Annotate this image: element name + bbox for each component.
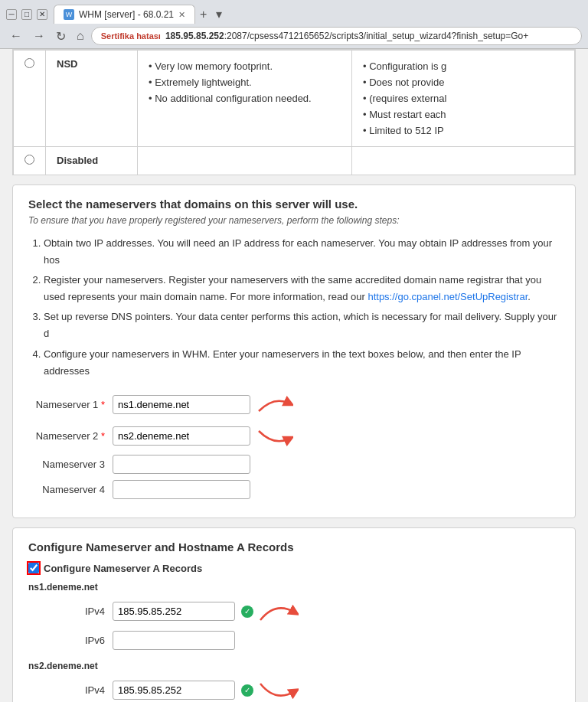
main-content: NSD Very low memory footprint. Extremely… xyxy=(0,49,588,702)
disabled-name-cell: Disabled xyxy=(46,147,138,175)
configure-title: Configure Nameserver and Hostname A Reco… xyxy=(28,540,560,553)
step-2: Register your nameservers. Register your… xyxy=(44,272,560,305)
step-1: Obtain two IP addresses. You will need a… xyxy=(44,235,560,269)
window-close[interactable]: ✕ xyxy=(37,9,47,20)
nameservers-title: Select the nameservers that domains on t… xyxy=(28,198,560,211)
configure-card: Configure Nameserver and Hostname A Reco… xyxy=(12,527,576,702)
nameserver-fields: Nameserver 1 * Nameserver 2 * xyxy=(28,392,560,499)
nsd-name-cell: NSD xyxy=(46,51,138,147)
browser-controls: ← → ↻ ⌂ Sertifika hatası 185.95.85.252:2… xyxy=(0,24,588,48)
ns1-arrow xyxy=(255,392,293,417)
ns4-input[interactable] xyxy=(113,480,250,499)
tab-close-button[interactable]: ✕ xyxy=(178,10,185,20)
dns-table-partial: NSD Very low memory footprint. Extremely… xyxy=(12,49,576,175)
ns4-label: Nameserver 4 xyxy=(28,484,113,495)
disabled-label: Disabled xyxy=(57,155,98,166)
address-bar[interactable]: Sertifika hatası 185.95.85.252:2087/cpse… xyxy=(91,27,582,45)
nsd-pro-1: Configuration is g xyxy=(363,58,564,74)
disabled-pros-cell xyxy=(352,147,575,175)
disabled-row: Disabled xyxy=(14,147,575,175)
tab-favicon: W xyxy=(64,9,74,20)
nameservers-subtitle: To ensure that you have properly registe… xyxy=(28,215,560,226)
ns2-arrow xyxy=(255,423,293,449)
browser-chrome: ─ □ ✕ W WHM [server] - 68.0.21 ✕ + ▾ ← →… xyxy=(0,0,588,49)
nsd-desc-cell: Very low memory footprint. Extremely lig… xyxy=(138,51,352,147)
url-port: :2087 xyxy=(224,31,247,41)
ns2-config-name: ns2.deneme.net xyxy=(28,661,560,671)
nsd-pro-4: Must restart each xyxy=(363,106,564,122)
window-minimize[interactable]: ─ xyxy=(6,9,17,20)
ns1-config-name: ns1.deneme.net xyxy=(28,582,560,593)
configure-ns-checkbox-label: Configure Nameserver A Records xyxy=(44,563,202,574)
nameservers-steps: Obtain two IP addresses. You will need a… xyxy=(44,235,560,380)
home-button[interactable]: ⌂ xyxy=(73,28,88,44)
disabled-radio[interactable] xyxy=(24,155,34,165)
nsd-radio-cell[interactable] xyxy=(14,51,46,147)
configure-ns-checkbox-row: Configure Nameserver A Records xyxy=(28,563,560,574)
step-4: Configure your nameservers in WHM. Enter… xyxy=(44,346,560,380)
window-maximize[interactable]: □ xyxy=(21,9,32,20)
nsd-feature-1: Very low memory footprint. xyxy=(149,58,341,74)
nsd-label: NSD xyxy=(57,58,77,70)
ns2-row: Nameserver 2 * xyxy=(28,423,560,449)
url-path: /cpsess4712165652/scripts3/initial_setup… xyxy=(247,31,529,41)
new-tab-button[interactable]: + xyxy=(195,6,211,23)
ns2-label: Nameserver 2 * xyxy=(28,430,113,442)
nsd-feature-list: Very low memory footprint. Extremely lig… xyxy=(149,58,341,106)
url-text: 185.95.85.252:2087/cpsess4712165652/scri… xyxy=(165,31,572,41)
ns2-ipv4-valid-icon: ✓ xyxy=(241,684,253,697)
ns1-config-block: ns1.deneme.net IPv4 ✓ IPv6 xyxy=(28,582,560,650)
nsd-row: NSD Very low memory footprint. Extremely… xyxy=(14,51,575,147)
ns3-input[interactable] xyxy=(113,455,250,474)
back-nav-button[interactable]: ← xyxy=(6,28,26,44)
nameservers-card: Select the nameservers that domains on t… xyxy=(12,184,576,518)
ns1-ipv4-input[interactable] xyxy=(113,602,235,621)
tab-bar: ─ □ ✕ W WHM [server] - 68.0.21 ✕ + ▾ xyxy=(0,0,588,24)
tab-list-button[interactable]: ▾ xyxy=(211,5,227,23)
ns1-label: Nameserver 1 * xyxy=(28,399,113,410)
ns2-required: * xyxy=(101,430,105,442)
tab-title-text: WHM [server] - 68.0.21 xyxy=(79,9,174,20)
ns1-ipv4-row: IPv4 ✓ xyxy=(28,597,560,626)
nsd-pros-cell: Configuration is g Does not provide (req… xyxy=(352,51,575,147)
ns1-required: * xyxy=(101,399,105,410)
ns2-ipv4-row: IPv4 ✓ xyxy=(28,676,560,702)
step-4-text: Configure your nameservers in WHM. Enter… xyxy=(44,348,521,377)
nsd-pro-3: (requires external xyxy=(363,90,564,106)
reload-button[interactable]: ↻ xyxy=(52,28,70,45)
ns1-ipv4-label: IPv4 xyxy=(28,606,113,617)
step-1-text: Obtain two IP addresses. You will need a… xyxy=(44,237,552,266)
nsd-feature-2: Extremely lightweight. xyxy=(149,74,341,90)
ns1-ipv4-valid-icon: ✓ xyxy=(241,606,253,618)
disabled-radio-cell[interactable] xyxy=(14,147,46,175)
ns2-ipv4-arrow xyxy=(256,676,299,702)
active-tab[interactable]: W WHM [server] - 68.0.21 ✕ xyxy=(54,5,195,24)
nsd-radio[interactable] xyxy=(24,58,34,68)
registrar-link[interactable]: https://go.cpanel.net/SetUpRegistrar xyxy=(368,291,528,302)
ns1-ipv4-arrow xyxy=(256,597,299,626)
ns4-row: Nameserver 4 xyxy=(28,480,560,499)
ns1-ipv6-label: IPv6 xyxy=(28,635,113,646)
nsd-pros-list: Configuration is g Does not provide (req… xyxy=(363,58,564,139)
step-3: Set up reverse DNS pointers. Your data c… xyxy=(44,309,560,342)
ns1-input[interactable] xyxy=(113,395,250,414)
configure-ns-checkbox[interactable] xyxy=(28,563,39,573)
nsd-pro-5: Limited to 512 IP xyxy=(363,122,564,139)
ns3-label: Nameserver 3 xyxy=(28,459,113,470)
ns2-ipv4-label: IPv4 xyxy=(28,684,113,696)
url-domain: 185.95.85.252 xyxy=(165,31,224,41)
ns1-ipv6-input[interactable] xyxy=(113,631,235,650)
ns2-input[interactable] xyxy=(113,426,250,446)
ns2-ipv4-input[interactable] xyxy=(113,681,235,700)
dns-options-table: NSD Very low memory footprint. Extremely… xyxy=(13,50,575,175)
ns1-ipv6-row: IPv6 xyxy=(28,631,560,650)
ns1-row: Nameserver 1 * xyxy=(28,392,560,417)
ns2-config-block: ns2.deneme.net IPv4 ✓ IPv6 xyxy=(28,661,560,702)
security-warning-label: Sertifika hatası xyxy=(101,31,161,41)
forward-nav-button[interactable]: → xyxy=(29,28,49,44)
disabled-desc-cell xyxy=(138,147,352,175)
step-3-text: Set up reverse DNS pointers. Your data c… xyxy=(44,311,557,339)
ns3-row: Nameserver 3 xyxy=(28,455,560,474)
nsd-pro-2: Does not provide xyxy=(363,74,564,90)
nsd-feature-3: No additional configuration needed. xyxy=(149,90,341,106)
